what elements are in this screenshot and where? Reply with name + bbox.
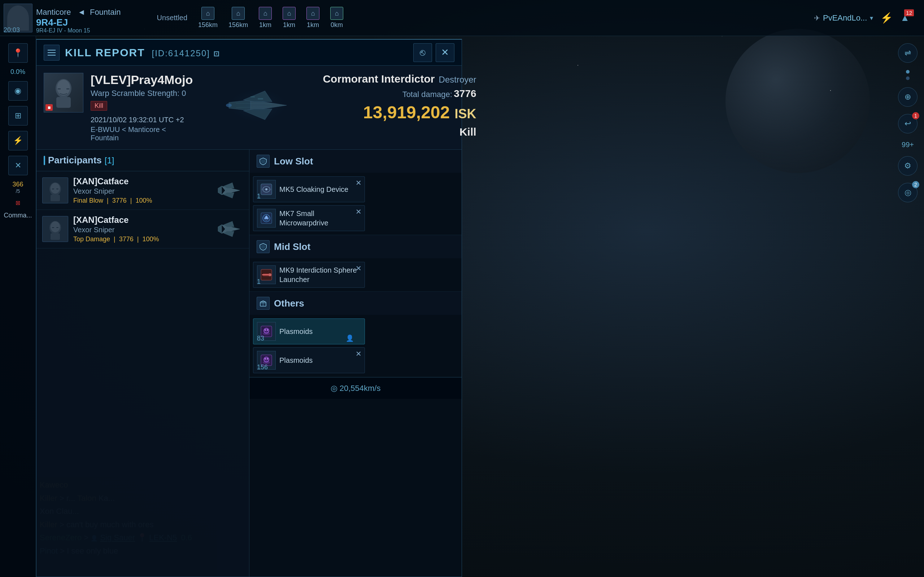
low-slot-title: Low Slot xyxy=(274,156,313,167)
alerts-badge: 12 xyxy=(904,10,914,16)
others-items: Plasmoids 👤 83 xyxy=(249,315,462,377)
sidebar-red-btn[interactable]: ⊠ xyxy=(16,200,20,206)
sidebar-stat-top: 366 /5 xyxy=(12,181,23,194)
svg-rect-27 xyxy=(52,227,54,228)
sidebar-alert-btn[interactable]: ⚡ xyxy=(8,131,28,150)
svg-rect-4 xyxy=(66,89,69,89)
victim-avatar: ■ xyxy=(44,73,83,113)
kill-datetime: 2021/10/02 19:32:01 UTC +2 xyxy=(90,116,193,124)
participant-face-svg-1 xyxy=(44,179,66,202)
right-hud: ⇌ ⊕ ↩ 1 99+ ⚙ ◎ 2 xyxy=(892,36,924,577)
svg-rect-18 xyxy=(52,189,54,189)
others-icon xyxy=(257,297,270,310)
filter-label[interactable]: PvEAndLo... xyxy=(823,13,867,23)
sidebar-stat-value: 366 xyxy=(12,181,23,188)
svg-point-52 xyxy=(267,329,268,331)
background-planet xyxy=(725,29,870,173)
isk-value: 13,919,202 ISK xyxy=(323,102,476,122)
player-corp-region: Manticore ◄ Fountain xyxy=(36,8,121,17)
speed-icon: ◎ xyxy=(331,384,338,393)
hud-right: ✈ PvEAndLo... ▾ ⚡ ▲ 12 xyxy=(814,12,924,24)
participant-ship-svg-2 xyxy=(215,220,243,238)
equip-item-launcher[interactable]: MK9 Interdiction Sphere Launcher ✕ 1 xyxy=(253,262,365,288)
right-badge-2: 2 xyxy=(912,181,919,188)
svg-point-43 xyxy=(268,273,271,276)
sidebar-comm-btn[interactable]: ⊞ xyxy=(8,106,28,126)
right-badge-1: 1 xyxy=(912,112,919,119)
participant-name-1: [XAN]Catface xyxy=(73,176,209,187)
damage-label: Total damage: xyxy=(402,90,452,99)
mwd-remove-btn[interactable]: ✕ xyxy=(355,207,362,216)
copy-icon[interactable]: ⊡ xyxy=(213,50,220,58)
participant-info-2: [XAN]Catface Vexor Sniper Top Damage | 3… xyxy=(73,215,209,243)
svg-point-26 xyxy=(50,221,60,232)
svg-point-14 xyxy=(215,80,301,131)
export-button[interactable]: ⎋ xyxy=(413,43,432,62)
kill-location: E-BWUU < Manticore < Fountain xyxy=(90,126,193,142)
svg-rect-25 xyxy=(50,233,60,240)
equip-item-mwd[interactable]: MK7 Small Microwarpdrive ✕ xyxy=(253,205,365,231)
mid-slot-title: Mid Slot xyxy=(274,241,310,253)
equip-item-cloaking[interactable]: MK5 Cloaking Device ✕ 1 xyxy=(253,176,365,202)
plasmoids-2-remove-btn[interactable]: ✕ xyxy=(355,350,362,358)
svg-rect-1 xyxy=(56,97,71,108)
speed-value: 20,554km/s xyxy=(340,384,381,393)
low-slot-section: Low Slot MK5 Cloaking De xyxy=(249,150,462,235)
station-5: ⌂ 1km xyxy=(307,7,320,29)
cloaking-remove-btn[interactable]: ✕ xyxy=(355,179,362,187)
station-4: ⌂ 1km xyxy=(283,7,296,29)
svg-rect-19 xyxy=(56,189,58,189)
panel-menu-button[interactable] xyxy=(44,45,60,61)
launcher-qty: 1 xyxy=(257,278,261,285)
plasmoids-1-qty: 83 xyxy=(257,335,264,342)
station-dist-6: 0km xyxy=(330,21,343,29)
panel-header: KILL REPORT [ID:6141250] ⊡ ⎋ ✕ xyxy=(36,40,462,66)
svg-point-2 xyxy=(57,80,70,95)
cloaking-qty: 1 xyxy=(257,193,261,200)
participant-face-svg-2 xyxy=(44,218,66,241)
participants-header: Participants [1] xyxy=(36,150,249,171)
launcher-remove-btn[interactable]: ✕ xyxy=(355,264,362,272)
top-hud: Manticore ◄ Fountain 9R4-EJ Unsettled ⌂ … xyxy=(0,0,924,36)
participant-avatar-2 xyxy=(42,216,68,242)
hud-system: 9R4-EJ IV - Moon 15 xyxy=(36,27,90,34)
right-gear-btn[interactable]: ⚙ xyxy=(898,156,918,176)
station-dist-3: 1km xyxy=(259,21,272,29)
fighter-icon: ✈ xyxy=(814,14,820,23)
right-compass-btn[interactable]: ⊕ xyxy=(898,87,918,107)
equip-item-plasmoids-1[interactable]: Plasmoids 👤 83 xyxy=(253,318,365,344)
right-gear-btn-wrap: ⚙ xyxy=(898,156,918,176)
right-back-btn-wrap: ↩ 1 xyxy=(898,114,918,134)
victim-details: [VLEV]Pray4Mojo Warp Scramble Strength: … xyxy=(90,73,193,142)
sidebar-scan-btn[interactable]: ✕ xyxy=(8,156,28,175)
export-icon: ⎋ xyxy=(420,47,426,58)
participant-ship-icon-2 xyxy=(215,219,243,239)
equip-item-plasmoids-2[interactable]: Plasmoids ✕ 156 xyxy=(253,347,365,373)
participant-ship-2: Vexor Sniper xyxy=(73,226,209,234)
hamburger-line-2 xyxy=(48,52,56,53)
sidebar-map-btn[interactable]: ◉ xyxy=(8,81,28,101)
participants-panel: Participants [1] [XAN]Catface Vexor xyxy=(36,150,249,577)
sidebar-jump-label: Comma... xyxy=(3,212,32,219)
blow-label-1: Final Blow xyxy=(73,197,103,204)
panel-title-text: KILL REPORT xyxy=(65,47,145,58)
speed-bar: ◎ 20,554km/s xyxy=(249,377,462,399)
sidebar-location-btn[interactable]: 📍 xyxy=(8,43,28,63)
close-button[interactable]: ✕ xyxy=(436,43,454,62)
dropdown-icon[interactable]: ▾ xyxy=(870,14,873,22)
filter-icon[interactable]: ⚡ xyxy=(880,12,893,24)
damage-value: 3776 xyxy=(454,88,476,99)
station-icon-4: ⌂ xyxy=(283,7,296,20)
victim-warp: Warp Scramble Strength: 0 xyxy=(90,89,193,98)
participant-blow-2: Top Damage | 3776 | 100% xyxy=(73,235,209,243)
station-2: ⌂ 156km xyxy=(228,7,248,29)
right-transfer-btn[interactable]: ⇌ xyxy=(898,43,918,63)
panel-id-value: [ID:6141250] xyxy=(152,48,210,58)
hamburger-line-1 xyxy=(48,50,56,50)
sidebar-stat-sub: /5 xyxy=(12,188,23,194)
right-stat-number: 99+ xyxy=(901,141,914,149)
dot-1 xyxy=(906,70,909,74)
participant-item-2[interactable]: [XAN]Catface Vexor Sniper Top Damage | 3… xyxy=(36,210,249,248)
alerts-btn[interactable]: ▲ 12 xyxy=(900,12,909,23)
participant-item-1[interactable]: [XAN]Catface Vexor Sniper Final Blow | 3… xyxy=(36,171,249,210)
